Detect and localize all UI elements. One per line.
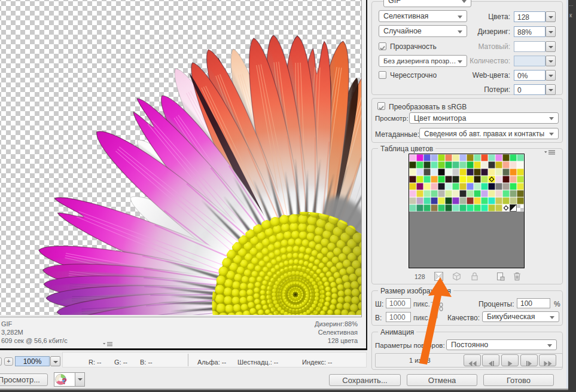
svg-text:?: ?	[62, 376, 68, 386]
